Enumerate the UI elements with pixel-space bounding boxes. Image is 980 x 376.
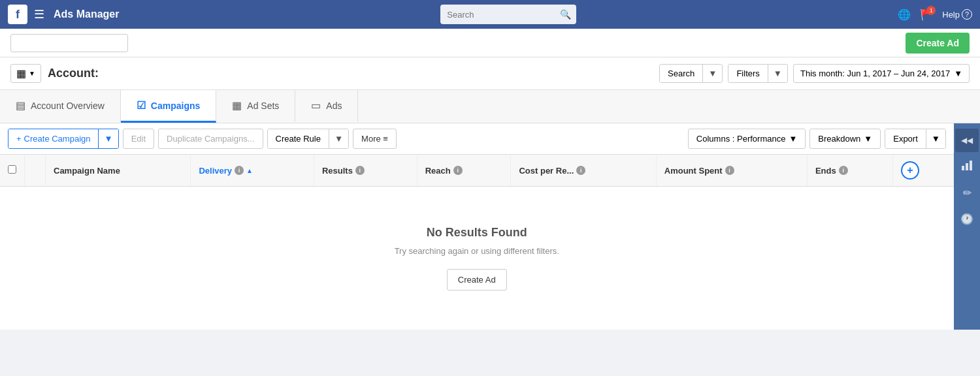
row-icon-th xyxy=(25,155,46,187)
filters-button[interactable]: Filters xyxy=(728,65,768,82)
amount-spent-info-icon: i xyxy=(725,166,734,175)
tab-ads[interactable]: ▭ Ads xyxy=(295,90,358,123)
toolbar: + Create Campaign ▼ Edit Duplicate Campa… xyxy=(0,123,954,155)
toolbar-left: + Create Campaign ▼ Edit Duplicate Campa… xyxy=(8,129,684,149)
duplicate-button[interactable]: Duplicate Campaigns... xyxy=(158,129,263,149)
cost-per-re-info-icon: i xyxy=(576,166,585,175)
delivery-info-icon: i xyxy=(235,166,244,175)
nav-search-input[interactable] xyxy=(440,5,576,24)
content-area: + Create Campaign ▼ Edit Duplicate Campa… xyxy=(0,123,954,330)
help-button[interactable]: Help ? xyxy=(942,9,972,20)
columns-button[interactable]: Columns : Performance ▼ xyxy=(688,129,806,149)
create-ad-button-top[interactable]: Create Ad xyxy=(906,33,970,54)
account-selector[interactable]: ▦ ▼ xyxy=(10,64,41,83)
facebook-logo: f xyxy=(8,5,27,24)
account-selector-icon: ▦ xyxy=(16,67,26,80)
main-layout: + Create Campaign ▼ Edit Duplicate Campa… xyxy=(0,123,980,330)
account-title: Account: xyxy=(48,67,99,80)
flag-badge: 1 xyxy=(926,6,936,15)
columns-dropdown-icon: ▼ xyxy=(789,134,797,144)
breakdown-dropdown-icon: ▼ xyxy=(864,134,872,144)
account-overview-icon: ▤ xyxy=(16,99,25,112)
sidebar-clock-button[interactable]: 🕐 xyxy=(955,207,979,230)
ends-info-icon: i xyxy=(839,166,848,175)
flag-wrapper[interactable]: 🚩 1 xyxy=(920,8,933,21)
tab-account-overview[interactable]: ▤ Account Overview xyxy=(0,90,121,123)
select-all-th[interactable] xyxy=(0,155,25,187)
help-question-icon: ? xyxy=(962,9,972,20)
breakdown-label: Breakdown xyxy=(818,134,860,144)
edit-button[interactable]: Edit xyxy=(123,129,154,149)
create-campaign-button[interactable]: + Create Campaign xyxy=(8,129,99,148)
account-overview-label: Account Overview xyxy=(31,101,105,111)
date-range-button[interactable]: This month: Jun 1, 2017 – Jun 24, 2017 ▼ xyxy=(793,64,970,83)
tab-campaigns[interactable]: ☑ Campaigns xyxy=(121,90,216,123)
delivery-sort-arrow: ▲ xyxy=(246,167,253,174)
filters-button-wrapper[interactable]: Filters ▼ xyxy=(728,64,788,83)
search-button[interactable]: Search xyxy=(660,65,703,82)
edit-icon: ✏ xyxy=(963,187,972,199)
globe-icon[interactable]: 🌐 xyxy=(898,8,911,21)
create-ad-button-empty[interactable]: Create Ad xyxy=(447,269,507,290)
empty-state-subtitle: Try searching again or using different f… xyxy=(13,246,941,256)
svg-rect-0 xyxy=(962,166,964,170)
account-selector-arrow: ▼ xyxy=(29,70,35,77)
amount-spent-th[interactable]: Amount Spent i xyxy=(656,155,807,187)
ad-sets-icon: ▦ xyxy=(232,99,242,112)
ad-sets-label: Ad Sets xyxy=(247,101,279,111)
search-dropdown-arrow[interactable]: ▼ xyxy=(703,65,722,82)
sidebar-collapse-button[interactable]: ◀◀ xyxy=(955,129,979,152)
campaigns-table: Campaign Name Delivery i ▲ Results xyxy=(0,155,954,330)
chart-icon xyxy=(961,159,973,174)
campaigns-label: Campaigns xyxy=(151,101,200,111)
delivery-th[interactable]: Delivery i ▲ xyxy=(191,155,314,187)
svg-rect-1 xyxy=(966,163,968,170)
results-th[interactable]: Results i xyxy=(314,155,417,187)
create-rule-dropdown[interactable]: ▼ xyxy=(329,129,348,148)
add-column-button[interactable]: + xyxy=(901,161,919,180)
right-sidebar: ◀◀ ✏ 🕐 xyxy=(954,123,980,330)
account-bar-right: Search ▼ Filters ▼ This month: Jun 1, 20… xyxy=(659,64,970,83)
sidebar-chart-button[interactable] xyxy=(955,155,979,178)
create-campaign-dropdown[interactable]: ▼ xyxy=(99,129,118,148)
ends-th[interactable]: Ends i xyxy=(807,155,892,187)
top-nav: f ☰ Ads Manager 🔍 🌐 🚩 1 Help ? xyxy=(0,0,980,29)
campaigns-icon: ☑ xyxy=(137,99,146,112)
tabs-bar: ▤ Account Overview ☑ Campaigns ▦ Ad Sets… xyxy=(0,90,980,123)
nav-search-icon: 🔍 xyxy=(560,9,571,20)
results-info-icon: i xyxy=(355,166,365,175)
create-rule-button[interactable]: Create Rule xyxy=(268,129,329,148)
collapse-icon: ◀◀ xyxy=(961,136,973,145)
campaign-name-th[interactable]: Campaign Name xyxy=(46,155,191,187)
date-range-text: This month: Jun 1, 2017 – Jun 24, 2017 xyxy=(800,69,950,78)
svg-rect-2 xyxy=(970,161,972,170)
create-campaign-wrapper[interactable]: + Create Campaign ▼ xyxy=(8,129,119,149)
empty-state: No Results Found Try searching again or … xyxy=(0,187,954,330)
toolbar-right: Columns : Performance ▼ Breakdown ▼ Expo… xyxy=(688,129,946,149)
export-button-wrapper[interactable]: Export ▼ xyxy=(885,129,946,149)
filters-dropdown-arrow[interactable]: ▼ xyxy=(768,65,787,82)
account-search-input[interactable] xyxy=(10,34,128,52)
account-bar: ▦ ▼ Account: Search ▼ Filters ▼ This mon… xyxy=(0,57,980,90)
export-dropdown[interactable]: ▼ xyxy=(926,129,945,148)
account-label-wrapper: ▦ ▼ Account: xyxy=(10,64,99,83)
sidebar-edit-button[interactable]: ✏ xyxy=(955,181,979,204)
reach-th[interactable]: Reach i xyxy=(417,155,511,187)
tab-ad-sets[interactable]: ▦ Ad Sets xyxy=(216,90,295,123)
create-campaign-plus-icon: + xyxy=(16,134,22,144)
add-column-th[interactable]: + xyxy=(893,155,954,187)
nav-right: 🌐 🚩 1 Help ? xyxy=(898,8,972,21)
select-all-checkbox[interactable] xyxy=(8,165,16,174)
sub-header: Create Ad xyxy=(0,29,980,57)
reach-info-icon: i xyxy=(453,166,463,175)
cost-per-re-th[interactable]: Cost per Re... i xyxy=(511,155,656,187)
nav-search-container: 🔍 xyxy=(440,5,576,24)
more-button[interactable]: More ≡ xyxy=(353,129,397,149)
breakdown-button[interactable]: Breakdown ▼ xyxy=(809,129,881,149)
search-button-wrapper[interactable]: Search ▼ xyxy=(659,64,723,83)
export-button[interactable]: Export xyxy=(885,129,926,148)
empty-state-title: No Results Found xyxy=(13,226,941,240)
ads-icon: ▭ xyxy=(311,99,321,112)
create-rule-wrapper[interactable]: Create Rule ▼ xyxy=(267,129,350,149)
hamburger-menu[interactable]: ☰ xyxy=(34,7,44,22)
